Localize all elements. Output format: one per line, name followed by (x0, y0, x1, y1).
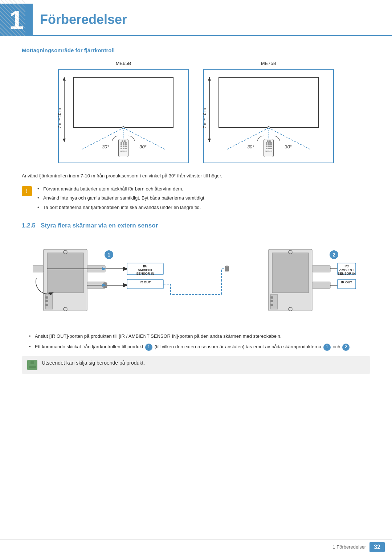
info-note: Utseendet kan skilja sig beroende på pro… (22, 356, 370, 374)
svg-rect-17 (47, 253, 83, 293)
svg-text:30°: 30° (102, 144, 109, 149)
chapter-title-block: Förberedelser (33, 4, 392, 36)
svg-line-4 (123, 128, 166, 150)
warning-box: ! Förvara använda batterier utom räckhål… (22, 185, 370, 213)
page-footer: 1 Förberedelser 32 (0, 539, 392, 554)
diagram1-screen (73, 77, 173, 128)
svg-line-12 (269, 128, 311, 150)
svg-rect-62 (33, 266, 44, 272)
svg-text:AMBIENT: AMBIENT (138, 268, 153, 272)
svg-text:AMBIENT: AMBIENT (339, 268, 354, 272)
svg-rect-21 (45, 304, 48, 306)
svg-text:IR OUT: IR OUT (341, 280, 352, 284)
svg-text:IR/: IR/ (344, 264, 349, 268)
diagram-me75b: ME75B 7 m ~ 10 m (203, 61, 334, 163)
svg-rect-67 (30, 361, 34, 364)
svg-text:SENSOR IN: SENSOR IN (136, 272, 154, 275)
svg-text:IR/: IR/ (143, 264, 147, 268)
chapter-header: 1 Förberedelser (0, 0, 392, 36)
svg-rect-44 (270, 300, 273, 302)
svg-marker-1 (63, 77, 66, 81)
bullet-2: Ett kommando skickat från fjärrkontrolle… (29, 343, 370, 351)
info-icon (27, 360, 37, 370)
diagram2-screen (219, 77, 319, 128)
diagram1-box: 7 m ~ 10 m 30° 30° (58, 69, 189, 163)
warning-item-3: Ta bort batterierna när fjärrkontrollen … (37, 204, 205, 211)
diagram1-label: ME65B (116, 61, 131, 66)
svg-marker-10 (208, 139, 211, 142)
warning-item-1: Förvara använda batterier utom räckhåll … (37, 185, 205, 193)
diagrams-row: ME65B 7 m ~ 10 m (22, 61, 370, 163)
svg-rect-20 (45, 300, 48, 302)
badge-3: 2 (342, 344, 350, 351)
diagram1-ir-dot (122, 126, 125, 129)
svg-rect-19 (45, 296, 48, 299)
info-text: Utseendet kan skilja sig beroende på pro… (42, 360, 145, 366)
bullet-1: Anslut [IR OUT]-porten på produkten till… (29, 333, 370, 340)
diagram2-box: 7 m ~ 10 m 30° 30° (203, 69, 334, 163)
decorative-stripes (0, 0, 25, 36)
subsection-number: 1.2.5 (22, 222, 36, 229)
svg-rect-43 (270, 296, 273, 299)
info-svg (29, 361, 36, 369)
warning-item-2: Använd inte nya och gamla batterier samt… (37, 194, 205, 202)
connection-diagram: IR/ AMBIENT SENSOR IN IR OUT 1 (22, 238, 370, 322)
remote-section-heading: Mottagningsområde för fjärrkontroll (22, 47, 370, 53)
svg-text:1: 1 (107, 252, 110, 258)
svg-rect-39 (226, 266, 228, 267)
svg-marker-2 (63, 139, 66, 142)
diagram-me65b: ME65B 7 m ~ 10 m (58, 61, 189, 163)
svg-text:SENSOR IN: SENSOR IN (338, 272, 356, 275)
diagram2-label: ME75B (261, 61, 277, 66)
badge-1: 1 (145, 344, 152, 351)
svg-rect-48 (312, 266, 330, 272)
svg-rect-37 (104, 282, 106, 283)
chapter-title: Förberedelser (40, 12, 127, 27)
diagram1-height-arrow (62, 77, 66, 142)
svg-text:2: 2 (332, 252, 335, 258)
svg-rect-45 (270, 304, 273, 306)
svg-line-11 (226, 128, 269, 150)
connection-svg: IR/ AMBIENT SENSOR IN IR OUT 1 (33, 238, 359, 322)
warning-icon: ! (22, 186, 32, 196)
main-content: Mottagningsområde för fjärrkontroll ME65… (0, 47, 392, 395)
subsection-heading: 1.2.5 Styra flera skärmar via en extern … (22, 222, 370, 229)
subsection-title: Styra flera skärmar via en extern sensor (41, 222, 158, 229)
svg-marker-9 (208, 77, 211, 81)
svg-rect-49 (312, 282, 330, 288)
diagram1-height-label: 7 m ~ 10 m (57, 108, 62, 128)
svg-text:IR OUT: IR OUT (140, 280, 151, 284)
svg-rect-66 (29, 366, 36, 368)
diagram1-remote: SAMSUNG (118, 139, 128, 157)
connection-bullets: Anslut [IR OUT]-porten på produkten till… (22, 333, 370, 351)
diagram2-ir-dot (267, 126, 270, 129)
remote-body-text: Använd fjärrkontrollen inom 7-10 m från … (22, 172, 370, 180)
diagram2-height-label: 7 m ~ 10 m (203, 108, 207, 128)
footer-page-number: 32 (369, 542, 385, 552)
diagram2-height-arrow (208, 77, 211, 142)
warning-list: Förvara använda batterier utom räckhåll … (37, 185, 205, 213)
svg-line-3 (81, 128, 123, 150)
diagram2-remote: SAMSUNG (264, 139, 274, 157)
svg-rect-41 (272, 253, 309, 293)
footer-chapter-text: 1 Förberedelser (332, 544, 366, 550)
svg-text:30°: 30° (139, 144, 146, 149)
svg-text:30°: 30° (247, 144, 254, 149)
svg-rect-38 (225, 266, 229, 271)
badge-2: 1 (323, 344, 331, 351)
svg-text:30°: 30° (285, 144, 291, 149)
